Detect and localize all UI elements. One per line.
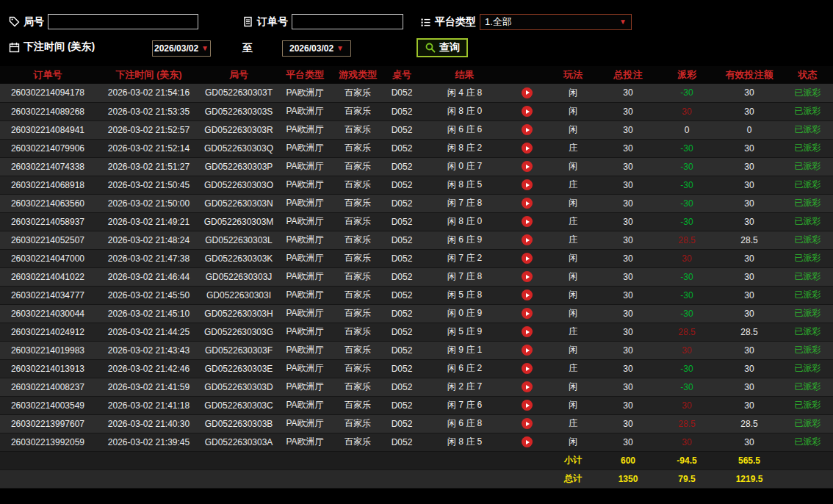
total-bet-cell: 30: [599, 139, 657, 157]
platform-cell: PA欧洲厅: [275, 212, 334, 231]
replay-play-icon[interactable]: [522, 179, 533, 190]
order-no-cell: 260302214089268: [0, 102, 95, 120]
replay-play-icon[interactable]: [522, 400, 533, 411]
status-cell: 已派彩: [782, 323, 833, 341]
game-no-cell: GD0522630303M: [202, 212, 275, 231]
platform-cell: PA欧洲厅: [275, 84, 334, 102]
replay-play-icon[interactable]: [522, 363, 533, 374]
header-result: 结果: [422, 66, 507, 84]
order-no-cell: 260302214068918: [0, 176, 95, 194]
game-type-cell: 百家乐: [334, 378, 381, 396]
valid-bet-cell: 30: [716, 433, 782, 451]
valid-bet-cell: 30: [716, 157, 782, 176]
order-no-input[interactable]: [292, 14, 403, 29]
order-no-cell: 260302214094178: [0, 84, 95, 102]
order-no-cell: 260302213997607: [0, 414, 95, 433]
replay-play-icon[interactable]: [522, 106, 533, 117]
replay-play-icon[interactable]: [522, 436, 533, 447]
bet-side-cell: 闲: [547, 396, 599, 414]
table-no-cell: D052: [381, 139, 422, 157]
date-from-picker[interactable]: 2026/03/02 ▼: [152, 40, 211, 57]
replay-play-icon[interactable]: [522, 234, 533, 245]
bet-time-cell: 2026-03-02 21:45:10: [95, 304, 202, 323]
payout-cell: 30: [657, 249, 716, 267]
result-cell: 闲 6 庄 2: [422, 359, 507, 378]
valid-bet-cell: 30: [716, 378, 782, 396]
bet-time-cell: 2026-03-02 21:46:44: [95, 267, 202, 286]
replay-play-icon[interactable]: [522, 87, 533, 98]
table-row: 260302214058937 2026-03-02 21:49:21 GD05…: [0, 212, 833, 231]
replay-play-icon[interactable]: [522, 345, 533, 356]
table-row: 260302214008237 2026-03-02 21:41:59 GD05…: [0, 378, 833, 396]
platform-type-select[interactable]: 1.全部 ▼: [480, 14, 632, 30]
replay-play-icon[interactable]: [522, 253, 533, 264]
order-no-cell: 260302214079906: [0, 139, 95, 157]
replay-play-icon[interactable]: [522, 124, 533, 135]
records-table: 订单号 下注时间 (美东) 局号 平台类型 游戏类型 桌号 结果 玩法 总投注 …: [0, 66, 833, 489]
order-no-cell: 260302214041022: [0, 267, 95, 286]
platform-type-value: 1.全部: [485, 15, 512, 29]
bet-side-cell: 庄: [547, 176, 599, 194]
total-bet-cell: 30: [599, 323, 657, 341]
replay-play-icon[interactable]: [522, 143, 533, 154]
replay-play-icon[interactable]: [522, 418, 533, 429]
game-no-cell: GD0522630303I: [202, 286, 275, 304]
bet-time-cell: 2026-03-02 21:52:57: [95, 120, 202, 139]
total-bet-cell: 30: [599, 212, 657, 231]
valid-bet-cell: 30: [716, 249, 782, 267]
order-no-cell: 260302214030044: [0, 304, 95, 323]
total-bet-cell: 30: [599, 84, 657, 102]
replay-play-icon[interactable]: [522, 216, 533, 227]
total-bet-cell: 30: [599, 231, 657, 249]
bet-time-cell: 2026-03-02 21:41:18: [95, 396, 202, 414]
order-no-cell: 260302214047000: [0, 249, 95, 267]
replay-play-icon[interactable]: [522, 326, 533, 337]
total-payout: 79.5: [657, 469, 716, 488]
replay-play-icon[interactable]: [522, 198, 533, 209]
payout-cell: 30: [657, 396, 716, 414]
game-no-cell: GD0522630303C: [202, 396, 275, 414]
replay-cell: [507, 433, 547, 451]
order-no-cell: 260302214024912: [0, 323, 95, 341]
game-type-cell: 百家乐: [334, 194, 381, 212]
replay-play-icon[interactable]: [522, 161, 533, 172]
status-cell: 已派彩: [782, 176, 833, 194]
platform-cell: PA欧洲厅: [275, 396, 334, 414]
status-cell: 已派彩: [782, 120, 833, 139]
platform-cell: PA欧洲厅: [275, 231, 334, 249]
game-no-cell: GD0522630303P: [202, 157, 275, 176]
replay-cell: [507, 323, 547, 341]
bet-side-cell: 庄: [547, 231, 599, 249]
valid-bet-cell: 30: [716, 286, 782, 304]
bet-side-cell: 庄: [547, 359, 599, 378]
result-cell: 闲 5 庄 8: [422, 286, 507, 304]
result-cell: 闲 8 庄 2: [422, 139, 507, 157]
replay-play-icon[interactable]: [522, 381, 533, 392]
bet-time-cell: 2026-03-02 21:51:27: [95, 157, 202, 176]
replay-play-icon[interactable]: [522, 289, 533, 300]
payout-cell: -30: [657, 359, 716, 378]
bet-time-cell: 2026-03-02 21:43:43: [95, 341, 202, 359]
query-button[interactable]: 查询: [416, 38, 468, 57]
bet-time-cell: 2026-03-02 21:39:45: [95, 433, 202, 451]
result-cell: 闲 6 庄 8: [422, 414, 507, 433]
date-to-picker[interactable]: 2026/03/02 ▼: [282, 40, 351, 57]
bet-side-cell: 庄: [547, 323, 599, 341]
order-no-cell: 260302214084941: [0, 120, 95, 139]
subtotal-status-spacer: [782, 451, 833, 469]
game-no-input[interactable]: [48, 14, 198, 29]
game-type-cell: 百家乐: [334, 139, 381, 157]
game-type-cell: 百家乐: [334, 286, 381, 304]
replay-play-icon[interactable]: [522, 308, 533, 319]
table-no-cell: D052: [381, 84, 422, 102]
order-no-cell: 260302214074338: [0, 157, 95, 176]
platform-cell: PA欧洲厅: [275, 157, 334, 176]
table-no-cell: D052: [381, 102, 422, 120]
bet-time-label: 下注时间 (美东): [24, 40, 95, 54]
platform-cell: PA欧洲厅: [275, 414, 334, 433]
platform-cell: PA欧洲厅: [275, 304, 334, 323]
replay-play-icon[interactable]: [522, 271, 533, 282]
platform-cell: PA欧洲厅: [275, 120, 334, 139]
table-row: 260302214030044 2026-03-02 21:45:10 GD05…: [0, 304, 833, 323]
table-no-cell: D052: [381, 231, 422, 249]
